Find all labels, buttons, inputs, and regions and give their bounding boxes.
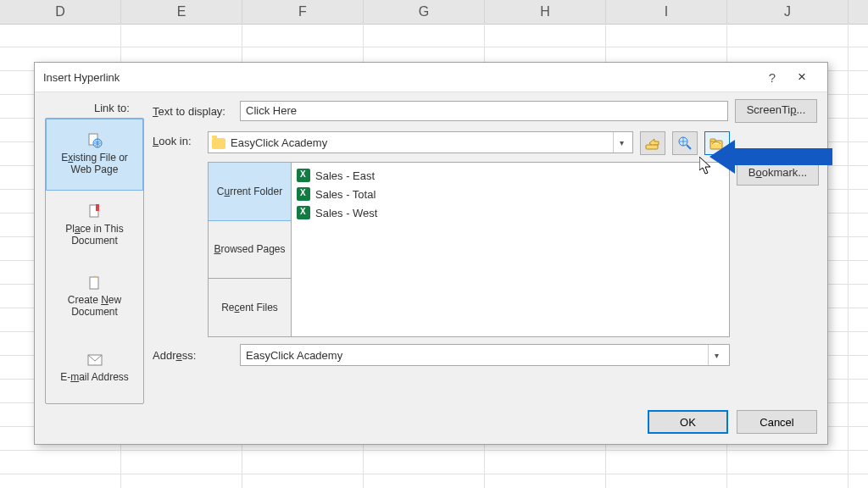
- col-header[interactable]: D: [0, 0, 121, 24]
- help-button[interactable]: ?: [760, 70, 785, 85]
- file-name: Sales - East: [315, 169, 375, 182]
- look-in-label: Look in:: [153, 131, 201, 147]
- look-in-value: EasyClick Academy: [231, 136, 327, 149]
- list-item[interactable]: Sales - West: [297, 203, 724, 222]
- col-header[interactable]: H: [485, 0, 606, 24]
- text-to-display-label: Text to display:: [153, 105, 233, 118]
- current-folder-tab[interactable]: Current Folder: [208, 162, 292, 221]
- link-to-label: Link to:: [94, 102, 130, 114]
- browse-web-button[interactable]: [672, 131, 698, 155]
- recent-files-tab[interactable]: Recent Files: [209, 279, 291, 336]
- browsed-pages-tab[interactable]: Browsed Pages: [209, 220, 291, 279]
- col-header[interactable]: G: [364, 0, 485, 24]
- column-headers: D E F G H I J: [0, 0, 868, 25]
- link-to-panel: Existing File orWeb Page Place in ThisDo…: [45, 118, 144, 404]
- link-to-label-text: Create NewDocument: [68, 294, 121, 318]
- svg-rect-3: [96, 204, 99, 211]
- excel-file-icon: [297, 169, 310, 182]
- bookmark-button[interactable]: Bookmark...: [737, 162, 819, 186]
- svg-rect-9: [710, 139, 715, 141]
- address-value: EasyClick Academy: [246, 349, 342, 362]
- col-header[interactable]: I: [606, 0, 727, 24]
- svg-rect-4: [90, 277, 98, 289]
- excel-file-icon: [297, 187, 310, 201]
- excel-file-icon: [297, 206, 310, 219]
- file-name: Sales - West: [315, 207, 377, 219]
- link-to-place-in-document[interactable]: Place in ThisDocument: [46, 191, 143, 262]
- chevron-down-icon[interactable]: ▾: [708, 345, 724, 365]
- folder-icon: [212, 138, 225, 149]
- address-label: Address:: [153, 349, 233, 362]
- link-to-label-text: Existing File orWeb Page: [61, 152, 128, 175]
- link-to-existing-file[interactable]: Existing File orWeb Page: [46, 119, 143, 191]
- address-combo[interactable]: EasyClick Academy ▾: [240, 344, 730, 366]
- link-to-label-text: Place in ThisDocument: [65, 223, 124, 247]
- link-to-email-address[interactable]: E-mail Address: [46, 332, 143, 403]
- chevron-down-icon[interactable]: ▾: [613, 132, 629, 152]
- browse-file-button[interactable]: [704, 131, 730, 155]
- globe-page-icon: [86, 133, 103, 148]
- dialog-titlebar[interactable]: Insert Hyperlink ? ×: [35, 63, 827, 92]
- up-one-level-button[interactable]: [640, 131, 665, 155]
- list-item[interactable]: Sales - East: [297, 166, 724, 185]
- svg-rect-6: [646, 145, 658, 149]
- new-document-icon: [86, 275, 103, 291]
- col-header[interactable]: E: [121, 0, 242, 24]
- document-bookmark-icon: [86, 204, 103, 219]
- col-header[interactable]: J: [727, 0, 849, 24]
- link-to-create-new-document[interactable]: Create NewDocument: [46, 262, 143, 333]
- file-name: Sales - Total: [315, 188, 376, 201]
- col-header[interactable]: F: [242, 0, 364, 24]
- look-in-combo[interactable]: EasyClick Academy ▾: [208, 131, 633, 153]
- dialog-title: Insert Hyperlink: [43, 71, 760, 84]
- mail-icon: [86, 352, 103, 368]
- insert-hyperlink-dialog: Insert Hyperlink ? × Link to: Existing F…: [34, 62, 828, 445]
- file-browser: Current Folder Browsed Pages Recent File…: [208, 162, 730, 337]
- text-to-display-input[interactable]: Click Here: [240, 101, 728, 121]
- list-item[interactable]: Sales - Total: [297, 185, 724, 203]
- link-to-label-text: E-mail Address: [60, 371, 129, 383]
- close-button[interactable]: ×: [785, 69, 819, 86]
- ok-button[interactable]: OK: [648, 410, 728, 434]
- cancel-button[interactable]: Cancel: [737, 410, 817, 434]
- screentip-button[interactable]: ScreenTip...: [735, 99, 817, 123]
- file-list[interactable]: Sales - East Sales - Total Sales - West: [292, 163, 729, 336]
